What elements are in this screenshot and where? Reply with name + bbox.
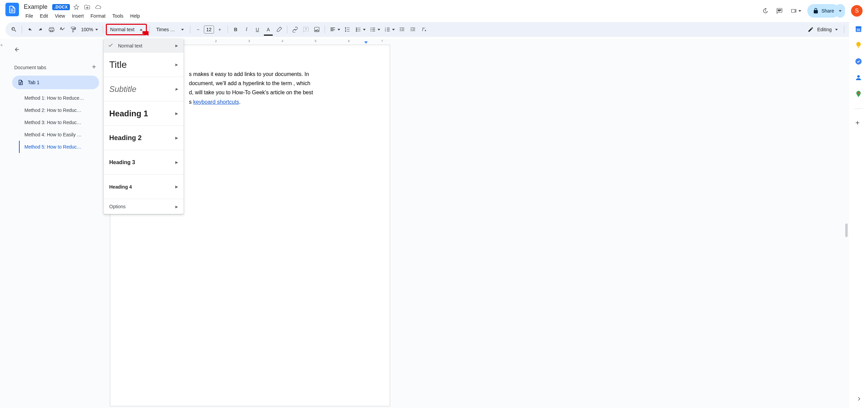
style-option-subtitle[interactable]: Subtitle ▶: [104, 77, 184, 101]
share-button[interactable]: Share: [807, 4, 840, 18]
right-indent-marker[interactable]: [364, 41, 368, 44]
menu-edit[interactable]: Edit: [37, 12, 51, 20]
svg-point-0: [370, 27, 371, 28]
mode-label: Editing: [817, 27, 832, 32]
svg-point-11: [858, 92, 860, 94]
side-panel: 31: [849, 22, 868, 408]
mode-caret-icon: [835, 29, 838, 31]
menu-format[interactable]: Format: [88, 12, 109, 20]
zoom-caret-icon[interactable]: [95, 29, 98, 31]
calendar-icon[interactable]: 31: [855, 25, 862, 33]
decrease-font-icon[interactable]: −: [193, 24, 203, 35]
account-avatar[interactable]: S: [851, 5, 863, 17]
checklist-caret-icon[interactable]: [363, 29, 366, 31]
style-option-heading3[interactable]: Heading 3 ▶: [104, 150, 184, 175]
align-caret-icon[interactable]: [337, 29, 340, 31]
get-addons-icon[interactable]: [854, 120, 863, 128]
mode-selector[interactable]: Editing: [804, 26, 841, 33]
outline-item[interactable]: Method 5: How to Reduc…: [19, 141, 99, 153]
numbered-list-icon[interactable]: 123: [382, 24, 392, 35]
menu-tools[interactable]: Tools: [109, 12, 127, 20]
zoom-value[interactable]: 100%: [81, 27, 93, 32]
submenu-arrow-icon: ▶: [175, 160, 178, 164]
outline-item[interactable]: Method 1: How to Reduce…: [19, 92, 99, 104]
paragraph-styles-dropdown: Normal text ▶ Title ▶ Subtitle ▶ Heading…: [104, 39, 184, 214]
increase-font-icon[interactable]: +: [215, 24, 225, 35]
submenu-arrow-icon: ▶: [175, 87, 178, 91]
insert-image-icon[interactable]: [312, 24, 322, 35]
comments-icon[interactable]: [775, 7, 784, 15]
scrollbar-thumb[interactable]: [845, 224, 848, 237]
back-arrow-icon[interactable]: [12, 45, 22, 54]
meet-caret-icon[interactable]: [798, 10, 801, 12]
share-dropdown-button[interactable]: [835, 4, 845, 18]
style-option-title[interactable]: Title ▶: [104, 53, 184, 77]
check-icon: [108, 42, 113, 49]
submenu-arrow-icon: ▶: [175, 185, 178, 189]
style-option-heading1[interactable]: Heading 1 ▶: [104, 101, 184, 126]
menu-view[interactable]: View: [52, 12, 68, 20]
bold-icon[interactable]: B: [231, 24, 241, 35]
vertical-ruler: 8: [0, 39, 6, 408]
menu-file[interactable]: File: [22, 12, 36, 20]
bullet-caret-icon[interactable]: [378, 29, 380, 31]
tab-item-1[interactable]: Tab 1: [12, 76, 99, 89]
spellcheck-icon[interactable]: [57, 24, 67, 35]
docs-logo[interactable]: [5, 3, 19, 16]
font-selector[interactable]: Times …: [153, 27, 187, 32]
font-caret-icon: [181, 29, 184, 31]
print-icon[interactable]: [46, 24, 57, 35]
submenu-arrow-icon: ▶: [175, 44, 178, 47]
hide-sidepanel-icon[interactable]: [856, 395, 863, 403]
svg-point-1: [370, 29, 371, 30]
insert-link-icon[interactable]: [290, 24, 300, 35]
horizontal-ruler[interactable]: 2 3 4 5 6 7: [110, 39, 849, 45]
meet-icon[interactable]: [790, 7, 798, 15]
style-option-normal[interactable]: Normal text ▶: [104, 39, 184, 53]
hyperlink[interactable]: keyboard shortcuts: [193, 99, 239, 105]
text-color-icon[interactable]: A: [263, 24, 273, 35]
redo-icon[interactable]: [36, 24, 46, 35]
style-selector-label: Normal text: [110, 27, 135, 32]
line-spacing-icon[interactable]: [342, 24, 352, 35]
style-option-options[interactable]: Options ▶: [104, 199, 184, 214]
outline-item[interactable]: Method 4: How to Easily …: [19, 129, 99, 141]
submenu-arrow-icon: ▶: [175, 205, 178, 209]
maps-icon[interactable]: [855, 90, 862, 98]
font-size-input[interactable]: [204, 25, 214, 34]
tasks-icon[interactable]: [855, 58, 862, 65]
italic-icon[interactable]: I: [242, 24, 252, 35]
share-label: Share: [822, 8, 834, 14]
cloud-status-icon[interactable]: [95, 4, 101, 10]
document-outline: Method 1: How to Reduce… Method 2: How t…: [19, 92, 99, 153]
clear-formatting-icon[interactable]: [419, 24, 429, 35]
paragraph-style-selector[interactable]: Normal text: [106, 24, 147, 35]
decrease-indent-icon[interactable]: [397, 24, 407, 35]
style-option-heading4[interactable]: Heading 4 ▶: [104, 175, 184, 199]
search-menus-icon[interactable]: [9, 24, 19, 35]
history-icon[interactable]: [761, 7, 769, 15]
checklist-icon[interactable]: [353, 24, 363, 35]
bulleted-list-icon[interactable]: [368, 24, 378, 35]
move-icon[interactable]: [84, 4, 90, 10]
underline-icon[interactable]: U: [252, 24, 263, 35]
add-tab-icon[interactable]: [91, 64, 97, 71]
paint-format-icon[interactable]: [68, 24, 78, 35]
outline-item[interactable]: Method 3: How to Reduc…: [19, 116, 99, 129]
svg-text:3: 3: [385, 30, 386, 32]
menu-insert[interactable]: Insert: [69, 12, 87, 20]
contacts-icon[interactable]: [855, 74, 862, 81]
star-icon[interactable]: [73, 4, 79, 10]
svg-point-2: [370, 31, 371, 31]
numbered-caret-icon[interactable]: [392, 29, 395, 31]
undo-icon[interactable]: [25, 24, 35, 35]
document-title[interactable]: Example: [22, 3, 49, 11]
increase-indent-icon[interactable]: [408, 24, 418, 35]
menu-help[interactable]: Help: [127, 12, 143, 20]
style-option-heading2[interactable]: Heading 2 ▶: [104, 126, 184, 150]
add-comment-icon[interactable]: [301, 24, 311, 35]
align-icon[interactable]: [328, 24, 338, 35]
outline-item[interactable]: Method 2: How to Reduc…: [19, 104, 99, 116]
keep-icon[interactable]: [855, 41, 862, 49]
highlight-icon[interactable]: [274, 24, 284, 35]
